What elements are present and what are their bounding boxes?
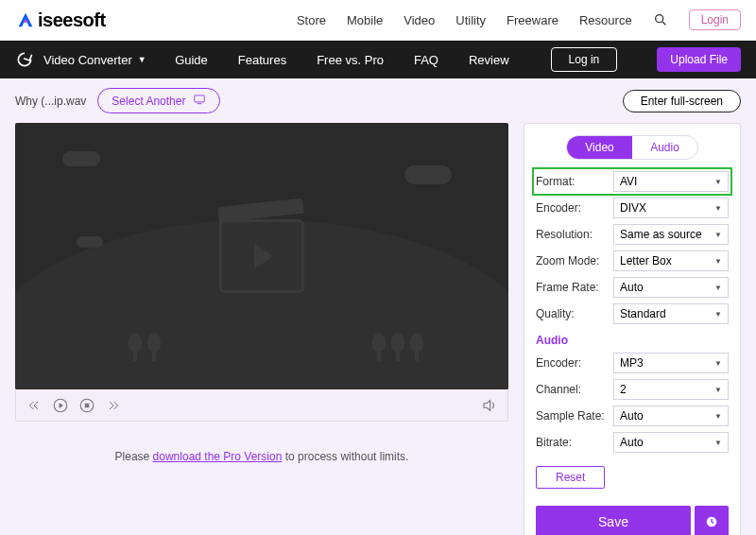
download-pro-link[interactable]: download the Pro Version <box>153 450 283 463</box>
select-bitrate[interactable]: Auto▼ <box>613 432 729 453</box>
rewind-icon[interactable] <box>26 397 43 414</box>
login2-button[interactable]: Log in <box>551 47 618 72</box>
reset-button[interactable]: Reset <box>536 466 605 489</box>
chevron-down-icon: ▼ <box>714 257 722 266</box>
top-nav-links: Store Mobile Video Utility Freeware Reso… <box>297 9 741 30</box>
subnav-review[interactable]: Review <box>469 53 509 67</box>
nav-freeware[interactable]: Freeware <box>507 13 558 27</box>
row-audio-encoder: Encoder: MP3▼ <box>536 351 729 375</box>
chevron-down-icon: ▼ <box>714 204 722 213</box>
monitor-icon <box>193 93 206 109</box>
nav-resource[interactable]: Resource <box>579 13 632 27</box>
select-sample-rate[interactable]: Auto▼ <box>613 406 729 426</box>
play-icon[interactable] <box>52 397 69 414</box>
label-format: Format: <box>536 175 613 188</box>
save-row: Save <box>536 489 729 535</box>
row-video-encoder: Encoder: DIVX▼ <box>536 196 729 220</box>
preview-placeholder-art <box>15 123 508 389</box>
label-audio-encoder: Encoder: <box>536 356 613 370</box>
select-resolution[interactable]: Same as source▼ <box>613 224 729 245</box>
nav-mobile[interactable]: Mobile <box>347 13 383 27</box>
app-title[interactable]: Video Converter <box>43 53 132 67</box>
row-zoom-mode: Zoom Mode: Letter Box▼ <box>536 249 729 273</box>
chevron-down-icon: ▼ <box>714 412 722 421</box>
current-filename: Why (...ip.wav <box>15 95 86 108</box>
stop-icon[interactable] <box>78 397 95 414</box>
subnav-features[interactable]: Features <box>238 53 286 67</box>
nav-utility[interactable]: Utility <box>455 13 486 27</box>
chevron-down-icon: ▼ <box>714 439 722 447</box>
upload-file-button[interactable]: Upload File <box>657 47 741 72</box>
label-quality: Quality: <box>536 307 613 320</box>
refresh-icon[interactable] <box>15 50 34 69</box>
volume-icon[interactable] <box>481 397 498 414</box>
preview-column: Please download the Pro Version to proce… <box>15 123 508 535</box>
label-channel: Channel: <box>536 383 613 396</box>
svg-rect-2 <box>195 95 205 102</box>
svg-rect-6 <box>85 403 90 407</box>
nav-video[interactable]: Video <box>404 13 435 27</box>
subnav-guide[interactable]: Guide <box>175 53 208 67</box>
main-area: Please download the Pro Version to proce… <box>0 123 756 535</box>
select-another-label: Select Another <box>112 95 185 108</box>
clapperboard-icon <box>219 219 304 293</box>
row-channel: Channel: 2▼ <box>536 377 729 402</box>
limit-message: Please download the Pro Version to proce… <box>15 450 508 463</box>
settings-panel: Video Audio Format: AVI▼ Encoder: DIVX▼ … <box>524 123 741 535</box>
label-frame-rate: Frame Rate: <box>536 281 613 294</box>
app-title-caret-icon[interactable]: ▼ <box>138 55 146 64</box>
row-resolution: Resolution: Same as source▼ <box>536 222 729 247</box>
save-history-button[interactable] <box>695 506 729 535</box>
label-video-encoder: Encoder: <box>536 201 613 215</box>
clock-icon <box>704 514 719 529</box>
sub-navbar: Video Converter ▼ Guide Features Free vs… <box>0 41 756 78</box>
search-icon[interactable] <box>653 12 668 27</box>
tab-video[interactable]: Video <box>567 136 632 159</box>
row-format: Format: AVI▼ <box>534 169 730 194</box>
top-navbar: iseesoft Store Mobile Video Utility Free… <box>0 0 756 41</box>
row-quality: Quality: Standard▼ <box>536 302 729 326</box>
subnav-faq[interactable]: FAQ <box>414 53 438 67</box>
svg-line-1 <box>662 22 665 25</box>
label-bitrate: Bitrate: <box>536 436 613 449</box>
tab-audio[interactable]: Audio <box>632 136 697 159</box>
player-controls <box>15 389 508 422</box>
chevron-down-icon: ▼ <box>714 386 722 394</box>
label-sample-rate: Sample Rate: <box>536 409 613 423</box>
select-quality[interactable]: Standard▼ <box>613 303 729 324</box>
brand-mark-icon <box>15 9 36 30</box>
brand-text: iseesoft <box>38 9 106 31</box>
label-zoom-mode: Zoom Mode: <box>536 254 613 268</box>
nav-store[interactable]: Store <box>297 13 326 27</box>
enter-fullscreen-button[interactable]: Enter full-screen <box>623 90 741 112</box>
select-another-button[interactable]: Select Another <box>97 88 220 113</box>
file-toolbar: Why (...ip.wav Select Another Enter full… <box>0 78 756 123</box>
video-preview[interactable] <box>15 123 508 389</box>
select-frame-rate[interactable]: Auto▼ <box>613 277 729 298</box>
chevron-down-icon: ▼ <box>714 310 722 319</box>
label-resolution: Resolution: <box>536 228 613 241</box>
row-bitrate: Bitrate: Auto▼ <box>536 430 729 455</box>
sub-nav-links: Guide Features Free vs. Pro FAQ Review L… <box>175 47 741 72</box>
select-zoom-mode[interactable]: Letter Box▼ <box>613 250 729 271</box>
select-channel[interactable]: 2▼ <box>613 379 729 400</box>
chevron-down-icon: ▼ <box>714 178 722 186</box>
chevron-down-icon: ▼ <box>714 359 722 368</box>
row-frame-rate: Frame Rate: Auto▼ <box>536 275 729 300</box>
forward-icon[interactable] <box>105 397 122 414</box>
select-video-encoder[interactable]: DIVX▼ <box>613 198 729 218</box>
select-audio-encoder[interactable]: MP3▼ <box>613 353 729 373</box>
svg-point-0 <box>655 15 662 23</box>
settings-tabs: Video Audio <box>566 135 698 160</box>
chevron-down-icon: ▼ <box>714 231 722 239</box>
login-button[interactable]: Login <box>689 9 741 30</box>
audio-section-title: Audio <box>536 334 729 347</box>
select-format[interactable]: AVI▼ <box>613 171 729 192</box>
chevron-down-icon: ▼ <box>714 284 722 292</box>
save-button[interactable]: Save <box>536 506 691 535</box>
brand-logo[interactable]: iseesoft <box>15 9 106 31</box>
row-sample-rate: Sample Rate: Auto▼ <box>536 404 729 428</box>
subnav-free-vs-pro[interactable]: Free vs. Pro <box>317 53 384 67</box>
